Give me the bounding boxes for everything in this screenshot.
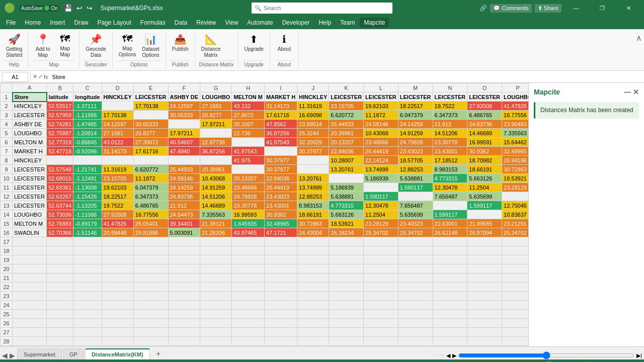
table-cell[interactable]: 31.14173 (102, 147, 133, 156)
table-cell[interactable]: 47.4940 (168, 147, 200, 156)
table-cell[interactable]: 14.51206 (200, 192, 232, 201)
tab-scroll-left[interactable]: ◀ (2, 351, 8, 359)
table-cell[interactable] (502, 237, 528, 246)
table-cell[interactable]: 18.53921 (329, 219, 364, 228)
table-cell[interactable]: LOUGHBO (200, 93, 232, 102)
table-cell[interactable] (398, 346, 433, 347)
table-cell[interactable] (232, 165, 265, 174)
tab-supermarket[interactable]: Supermarket (17, 348, 62, 359)
table-cell[interactable] (467, 310, 502, 319)
table-cell[interactable] (47, 237, 73, 246)
table-cell[interactable]: 19.62103 (364, 102, 398, 111)
table-cell[interactable] (133, 283, 168, 292)
table-cell[interactable] (133, 255, 168, 264)
menu-formulas[interactable]: Formulas (136, 18, 170, 28)
table-cell[interactable]: 24.43004 (297, 228, 329, 237)
table-cell[interactable]: 26.05401 (133, 219, 168, 228)
table-cell[interactable] (232, 283, 265, 292)
table-cell[interactable] (232, 328, 265, 337)
table-cell[interactable]: LEICESTER (364, 93, 398, 102)
menu-help[interactable]: Help (314, 18, 335, 28)
col-header-n[interactable]: N (433, 83, 467, 93)
table-cell[interactable] (329, 301, 364, 310)
table-cell[interactable] (398, 283, 433, 292)
table-cell[interactable] (47, 328, 73, 337)
table-cell[interactable]: 18.22517 (102, 192, 133, 201)
table-cell[interactable] (467, 237, 502, 246)
table-cell[interactable]: 6.620772 (133, 165, 168, 174)
table-cell[interactable]: latitude (47, 93, 73, 102)
table-cell[interactable]: 43.97465 (232, 228, 265, 237)
table-cell[interactable]: 20.13207 (329, 138, 364, 147)
table-cell[interactable]: 6.347373 (133, 192, 168, 201)
table-cell[interactable]: 18.66191 (467, 165, 502, 174)
table-cell[interactable]: 41.97543 (265, 138, 297, 147)
table-cell[interactable] (232, 301, 265, 310)
table-cell[interactable]: 5.638881 (398, 174, 433, 183)
side-panel-close-btn[interactable]: ✕ (633, 88, 639, 96)
table-cell[interactable]: 23.48666 (364, 138, 398, 147)
table-cell[interactable] (297, 337, 329, 346)
table-cell[interactable] (200, 310, 232, 319)
table-cell[interactable] (73, 274, 102, 283)
table-cell[interactable]: 52.68015 (47, 174, 73, 183)
table-cell[interactable] (467, 264, 502, 274)
table-cell[interactable]: 5.663126 (329, 210, 364, 219)
table-cell[interactable] (364, 237, 398, 246)
table-cell[interactable]: -1.51146 (73, 228, 102, 237)
table-cell[interactable] (133, 319, 168, 328)
table-cell[interactable] (133, 264, 168, 274)
table-cell[interactable]: 52.74281 (47, 120, 73, 129)
table-cell[interactable] (398, 192, 433, 201)
table-cell[interactable]: 20.39961 (329, 129, 364, 138)
table-cell[interactable] (200, 346, 232, 347)
table-cell[interactable] (467, 301, 502, 310)
table-cell[interactable]: 23.43023 (398, 147, 433, 156)
col-header-m[interactable]: M (398, 83, 433, 93)
table-cell[interactable]: 24.12597 (168, 102, 200, 111)
table-cell[interactable]: 1.590117 (364, 192, 398, 201)
table-cell[interactable] (133, 337, 168, 346)
tab-add-btn[interactable]: + (153, 348, 164, 359)
table-cell[interactable] (102, 346, 133, 347)
col-header-a[interactable]: A (13, 83, 47, 93)
table-cell[interactable] (13, 292, 47, 301)
table-cell[interactable] (102, 255, 133, 264)
table-cell[interactable] (433, 255, 467, 264)
tabbar-scroll-left-icon[interactable]: ◀ (446, 352, 450, 359)
table-cell[interactable] (364, 337, 398, 346)
table-cell[interactable] (200, 319, 232, 328)
table-cell[interactable]: 6.486765 (467, 111, 502, 120)
table-cell[interactable]: 13.20761 (329, 165, 364, 174)
table-cell[interactable] (200, 328, 232, 337)
table-cell[interactable]: 23.30778 (232, 201, 265, 210)
table-cell[interactable] (364, 328, 398, 337)
table-cell[interactable]: 22.84036 (265, 174, 297, 183)
table-cell[interactable] (47, 319, 73, 328)
table-cell[interactable] (502, 346, 528, 347)
table-cell[interactable]: -1.13205 (73, 201, 102, 210)
table-cell[interactable] (329, 328, 364, 337)
menu-page-layout[interactable]: Page Layout (93, 18, 135, 28)
table-cell[interactable]: 17.61716 (133, 147, 168, 156)
table-cell[interactable] (329, 319, 364, 328)
col-header-i[interactable]: I (265, 83, 297, 93)
table-cell[interactable]: LOUGHBO (13, 129, 47, 138)
tabbar-end-icon[interactable]: ▶| (636, 352, 642, 359)
table-cell[interactable] (265, 301, 297, 310)
table-cell[interactable]: 24.79928 (232, 192, 265, 201)
table-cell[interactable]: 26.18234 (329, 228, 364, 237)
autosave-toggle[interactable]: AutoSave On (19, 5, 60, 12)
table-cell[interactable] (200, 292, 232, 301)
table-cell[interactable]: 27.39072 (133, 138, 168, 147)
ribbon-dataset-options[interactable]: 📊 DatasetOptions (140, 32, 161, 59)
table-cell[interactable]: 21.912 (168, 201, 200, 210)
table-cell[interactable] (297, 301, 329, 310)
table-cell[interactable] (433, 274, 467, 283)
table-cell[interactable]: 26.87094 (467, 228, 502, 237)
col-header-j[interactable]: J (297, 83, 329, 93)
table-cell[interactable] (47, 337, 73, 346)
table-cell[interactable]: 24.83736 (467, 120, 502, 129)
table-cell[interactable]: 52.70366 (47, 228, 73, 237)
table-cell[interactable]: 16.77556 (502, 111, 528, 120)
